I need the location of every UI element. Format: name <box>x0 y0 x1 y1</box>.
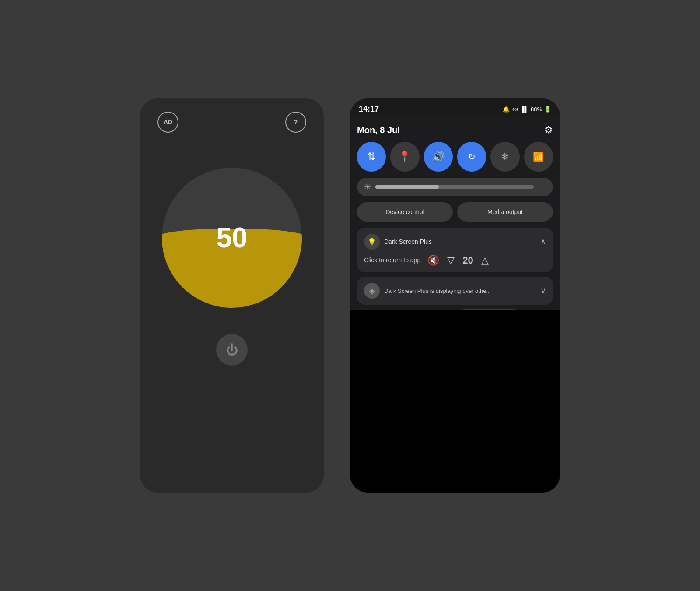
scene: AD ? 50 ⏻ 14:17 🔔 4G ▐▌ <box>140 98 560 492</box>
power-icon: ⏻ <box>226 343 238 357</box>
notif2-text: Dark Screen Plus is displaying over othe… <box>384 288 536 294</box>
brightness-icon: ☀ <box>364 182 371 192</box>
notif2-header: ◈ Dark Screen Plus is displaying over ot… <box>364 283 546 299</box>
control-buttons: Device control Media output <box>357 202 553 222</box>
right-phone: 14:17 🔔 4G ▐▌ 88% 🔋 Mon, 8 Jul ⚙ ⇅ 📍 🔊 ↻ <box>350 98 560 492</box>
down-triangle-icon[interactable]: ▽ <box>447 255 455 266</box>
notif1-app-name: Dark Screen Plus <box>384 238 432 245</box>
quick-tiles: ⇅ 📍 🔊 ↻ ❄ 📶 <box>357 142 553 172</box>
alarm-icon: 🔔 <box>503 106 510 113</box>
mute-icon[interactable]: 🔇 <box>427 255 439 266</box>
notif1-header-left: 💡 Dark Screen Plus <box>364 234 432 250</box>
tile-sound[interactable]: 🔊 <box>424 142 453 172</box>
notif1-app-icon: 💡 <box>364 234 380 250</box>
up-triangle-icon[interactable]: △ <box>481 255 489 266</box>
notif1-actions: 🔇 ▽ 20 △ <box>427 255 488 266</box>
liquid-ball: 50 <box>162 168 302 308</box>
tile-data[interactable]: ⇅ <box>357 142 386 172</box>
bottom-black-area <box>350 310 560 493</box>
settings-gear-icon[interactable]: ⚙ <box>544 124 553 136</box>
click-to-return-text[interactable]: Click to return to app <box>364 256 420 265</box>
notification-panel: Mon, 8 Jul ⚙ ⇅ 📍 🔊 ↻ ❄ 📶 ☀ ⋮ <box>350 117 560 310</box>
tile-rotation[interactable]: ↻ <box>457 142 486 172</box>
status-bar: 14:17 🔔 4G ▐▌ 88% 🔋 <box>350 98 560 117</box>
brightness-fill <box>375 185 439 189</box>
value-display: 50 <box>216 222 247 254</box>
notification-card-1: 💡 Dark Screen Plus ∧ Click to return to … <box>357 228 553 272</box>
notif2-expand-icon[interactable]: ∨ <box>540 286 546 296</box>
tile-location[interactable]: 📍 <box>390 142 419 172</box>
media-output-button[interactable]: Media output <box>457 202 553 222</box>
tile-bluetooth[interactable]: ❄ <box>490 142 519 172</box>
signal-bars: ▐▌ <box>521 106 528 113</box>
brightness-more-icon[interactable]: ⋮ <box>538 182 546 192</box>
notif1-value: 20 <box>462 255 473 266</box>
notification-card-2: ◈ Dark Screen Plus is displaying over ot… <box>357 277 553 305</box>
status-time: 14:17 <box>359 105 379 114</box>
brightness-row[interactable]: ☀ ⋮ <box>357 178 553 196</box>
signal-text: 4G <box>512 107 518 112</box>
device-control-button[interactable]: Device control <box>357 202 453 222</box>
help-icon[interactable]: ? <box>285 112 306 133</box>
notif2-app-icon: ◈ <box>364 283 380 299</box>
notif1-collapse-icon[interactable]: ∧ <box>540 237 546 246</box>
top-icons: AD ? <box>149 112 315 133</box>
date-text: Mon, 8 Jul <box>357 125 400 135</box>
battery-text: 88% <box>531 106 542 113</box>
power-button[interactable]: ⏻ <box>216 334 248 366</box>
tile-wifi[interactable]: 📶 <box>524 142 553 172</box>
date-row: Mon, 8 Jul ⚙ <box>357 122 553 142</box>
liquid-ball-container: 50 <box>162 168 302 308</box>
status-icons: 🔔 4G ▐▌ 88% 🔋 <box>503 106 551 113</box>
notif1-body: Click to return to app 🔇 ▽ 20 △ <box>364 255 546 266</box>
ad-badge: AD <box>158 112 178 133</box>
notif1-header: 💡 Dark Screen Plus ∧ <box>364 234 546 250</box>
brightness-bar[interactable] <box>375 185 534 189</box>
battery-icon: 🔋 <box>544 106 551 113</box>
bulb-icon: 💡 <box>368 238 376 246</box>
left-phone: AD ? 50 ⏻ <box>140 98 324 492</box>
layers-icon: ◈ <box>369 287 374 295</box>
